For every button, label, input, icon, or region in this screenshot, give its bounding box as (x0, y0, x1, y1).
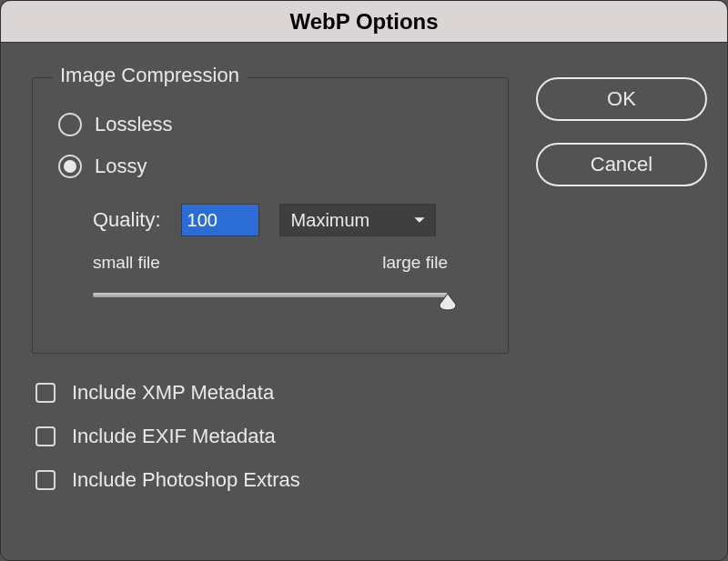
radio-icon (58, 113, 82, 136)
radio-icon (58, 155, 82, 178)
slider-min-label: small file (93, 253, 160, 273)
radio-label: Lossless (95, 113, 173, 136)
quality-input[interactable] (181, 204, 259, 236)
dialog-title: WebP Options (1, 1, 727, 43)
checkbox-include-exif[interactable]: Include EXIF Metadata (35, 425, 509, 448)
slider-max-label: large file (382, 253, 448, 273)
left-column: Image Compression Lossless Lossy Quality… (32, 65, 509, 542)
image-compression-group: Image Compression Lossless Lossy Quality… (32, 77, 509, 354)
webp-options-dialog: WebP Options Image Compression Lossless … (0, 0, 728, 561)
radio-label: Lossy (95, 155, 147, 178)
checkbox-label: Include EXIF Metadata (72, 425, 276, 448)
chevron-down-icon (413, 210, 426, 231)
quality-slider[interactable] (93, 293, 448, 316)
checkbox-label: Include Photoshop Extras (72, 468, 300, 492)
quality-row: Quality: Maximum (93, 204, 482, 236)
checkbox-icon (35, 470, 56, 490)
slider-labels: small file large file (93, 253, 448, 273)
ok-button[interactable]: OK (536, 77, 707, 121)
checkbox-include-xmp[interactable]: Include XMP Metadata (35, 381, 509, 405)
checkbox-icon (35, 383, 56, 403)
quality-label: Quality: (93, 208, 161, 232)
quality-preset-value: Maximum (291, 210, 370, 231)
right-column: OK Cancel (536, 65, 707, 542)
cancel-button[interactable]: Cancel (536, 143, 707, 186)
checkbox-include-ps-extras[interactable]: Include Photoshop Extras (35, 468, 509, 492)
checkbox-icon (35, 426, 56, 446)
quality-preset-select[interactable]: Maximum (279, 204, 436, 236)
checkbox-label: Include XMP Metadata (72, 381, 274, 405)
metadata-checkboxes: Include XMP Metadata Include EXIF Metada… (32, 381, 509, 492)
radio-lossless[interactable]: Lossless (58, 113, 482, 136)
dialog-content: Image Compression Lossless Lossy Quality… (1, 43, 727, 560)
radio-lossy[interactable]: Lossy (58, 155, 482, 178)
slider-thumb[interactable] (438, 292, 458, 312)
image-compression-legend: Image Compression (53, 64, 247, 87)
slider-track (93, 293, 448, 297)
